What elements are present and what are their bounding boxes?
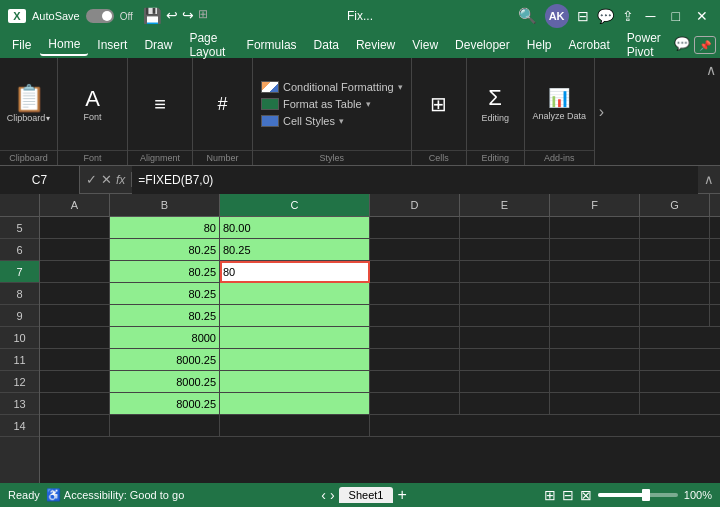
ribbon-display-icon[interactable]: ⊟ (577, 8, 589, 24)
zoom-slider[interactable] (598, 493, 678, 497)
col-header-a[interactable]: A (40, 194, 110, 216)
cell-f12[interactable] (550, 371, 640, 393)
cell-a13[interactable] (40, 393, 110, 415)
cell-d5[interactable] (370, 217, 460, 239)
view-page-icon[interactable]: ⊟ (562, 487, 574, 503)
view-normal-icon[interactable]: ⊞ (544, 487, 556, 503)
cell-e10[interactable] (460, 327, 550, 349)
alignment-btn[interactable]: ≡ (128, 58, 192, 150)
cell-h5[interactable] (710, 217, 720, 239)
cell-f10[interactable] (550, 327, 640, 349)
cell-c12[interactable] (220, 371, 370, 393)
row-header-5[interactable]: 5 (0, 217, 39, 239)
cell-d6[interactable] (370, 239, 460, 261)
cell-c7-active[interactable]: 80 (220, 261, 370, 283)
menu-acrobat[interactable]: Acrobat (560, 35, 617, 55)
col-header-g[interactable]: G (640, 194, 710, 216)
name-box[interactable]: C7 (0, 166, 80, 194)
autosave-toggle[interactable] (86, 9, 114, 23)
formula-input-area[interactable] (132, 166, 698, 194)
ribbon-pin-icon[interactable]: 📌 (694, 36, 716, 54)
cell-g5[interactable] (640, 217, 710, 239)
cell-f13[interactable] (550, 393, 640, 415)
cell-rest12[interactable] (640, 371, 720, 393)
cell-d12[interactable] (370, 371, 460, 393)
menu-help[interactable]: Help (519, 35, 560, 55)
row-header-12[interactable]: 12 (0, 371, 39, 393)
redo-icon[interactable]: ↪ (182, 7, 194, 25)
formula-cancel-icon[interactable]: ✕ (101, 172, 112, 187)
cell-c5[interactable]: 80.00 (220, 217, 370, 239)
menu-review[interactable]: Review (348, 35, 403, 55)
cell-g8[interactable] (640, 283, 710, 305)
add-sheet-btn[interactable]: + (397, 486, 406, 504)
cell-b5[interactable]: 80 (110, 217, 220, 239)
formula-check-icon[interactable]: ✓ (86, 172, 97, 187)
col-header-d[interactable]: D (370, 194, 460, 216)
analyze-data-btn[interactable]: 📊 Analyze Data (525, 58, 594, 150)
cell-h8[interactable] (710, 283, 720, 305)
cell-rest13[interactable] (640, 393, 720, 415)
row-header-6[interactable]: 6 (0, 239, 39, 261)
col-header-e[interactable]: E (460, 194, 550, 216)
col-header-f[interactable]: F (550, 194, 640, 216)
cell-b12[interactable]: 8000.25 (110, 371, 220, 393)
avatar[interactable]: AK (545, 4, 569, 28)
search-icon[interactable]: 🔍 (518, 7, 537, 25)
menu-developer[interactable]: Developer (447, 35, 518, 55)
formula-input[interactable] (138, 173, 692, 187)
cell-c6[interactable]: 80.25 (220, 239, 370, 261)
formula-collapse-icon[interactable]: ∧ (698, 172, 720, 187)
cell-d8[interactable] (370, 283, 460, 305)
conditional-formatting-btn[interactable]: Conditional Formatting ▾ (259, 80, 405, 94)
cell-h6[interactable] (710, 239, 720, 261)
cell-f9[interactable] (550, 305, 640, 327)
cell-e5[interactable] (460, 217, 550, 239)
number-btn[interactable]: # (193, 58, 252, 150)
cell-c11[interactable] (220, 349, 370, 371)
save-icon[interactable]: 💾 (143, 7, 162, 25)
cell-c14[interactable] (220, 415, 370, 437)
cell-b10[interactable]: 8000 (110, 327, 220, 349)
menu-file[interactable]: File (4, 35, 39, 55)
cell-c10[interactable] (220, 327, 370, 349)
cell-a7[interactable] (40, 261, 110, 283)
cell-rest11[interactable] (640, 349, 720, 371)
cell-b7[interactable]: 80.25 (110, 261, 220, 283)
col-header-h[interactable]: H (710, 194, 720, 216)
cell-e6[interactable] (460, 239, 550, 261)
menu-page-layout[interactable]: Page Layout (181, 28, 237, 62)
menu-view[interactable]: View (404, 35, 446, 55)
cell-g7[interactable] (640, 261, 710, 283)
cell-f8[interactable] (550, 283, 640, 305)
cell-a6[interactable] (40, 239, 110, 261)
cell-b13[interactable]: 8000.25 (110, 393, 220, 415)
cell-rest14[interactable] (370, 415, 720, 437)
cell-f7[interactable] (550, 261, 640, 283)
cell-d7[interactable] (370, 261, 460, 283)
share-icon[interactable]: ⇪ (622, 8, 634, 24)
font-btn[interactable]: A Font (58, 58, 127, 150)
cell-c8[interactable] (220, 283, 370, 305)
cell-f11[interactable] (550, 349, 640, 371)
cell-b14[interactable] (110, 415, 220, 437)
cell-e12[interactable] (460, 371, 550, 393)
row-header-9[interactable]: 9 (0, 305, 39, 327)
cell-e13[interactable] (460, 393, 550, 415)
cell-a12[interactable] (40, 371, 110, 393)
cell-a8[interactable] (40, 283, 110, 305)
cell-h7[interactable] (710, 261, 720, 283)
menu-data[interactable]: Data (306, 35, 347, 55)
close-button[interactable]: ✕ (692, 8, 712, 24)
cell-a14[interactable] (40, 415, 110, 437)
menu-insert[interactable]: Insert (89, 35, 135, 55)
clipboard-btn[interactable]: 📋 Clipboard ▾ (3, 58, 55, 150)
row-header-10[interactable]: 10 (0, 327, 39, 349)
cell-d9[interactable] (370, 305, 460, 327)
cell-e11[interactable] (460, 349, 550, 371)
menu-power-pivot[interactable]: Power Pivot (619, 28, 673, 62)
cell-e7[interactable] (460, 261, 550, 283)
cell-b9[interactable]: 80.25 (110, 305, 220, 327)
cell-rest10[interactable] (640, 327, 720, 349)
row-header-11[interactable]: 11 (0, 349, 39, 371)
